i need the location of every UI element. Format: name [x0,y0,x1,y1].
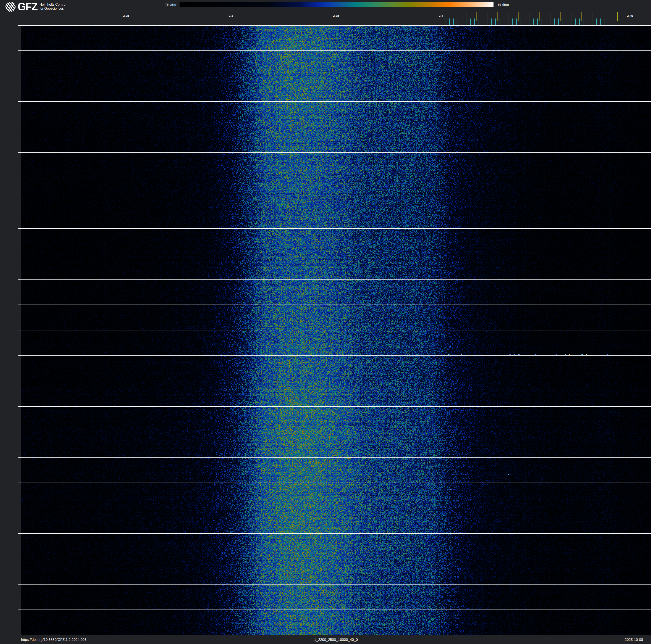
freq-tick [630,19,630,25]
freq-tick [126,19,126,25]
ble-channel-tick [609,19,609,25]
ble-channel-tick [512,19,513,25]
freq-tick [441,19,441,25]
ble-channel-tick [541,19,542,25]
freq-tick [210,19,210,25]
footer-doi-link[interactable]: https://doi.org/10.5880/GFZ.1.2.2024.003 [21,638,87,642]
ble-channel-tick [491,19,492,25]
ble-channel-tick [537,19,538,25]
ble-channel-tick [483,19,483,25]
freq-tick [294,19,294,25]
wifi-channel-tick [519,12,519,21]
wifi-channel-tick [582,12,582,21]
footer-date: 2025-10-08 [625,638,643,642]
freq-tick [84,19,84,25]
freq-axis-label: 2.49 [627,14,633,18]
gfz-logo-subtitle: Helmholtz Centre for Geosciences [39,3,65,11]
gfz-logo: GFZ Helmholtz Centre for Geosciences [5,1,65,12]
freq-tick [420,19,420,25]
ble-channel-tick [478,19,479,25]
ble-channel-tick [458,19,458,25]
freq-tick [273,19,273,25]
gfz-logo-line2: for Geosciences [39,7,65,11]
freq-tick [63,19,63,25]
freq-tick [315,19,315,25]
wifi-channel-tick [497,12,498,21]
ble-channel-tick [550,19,550,25]
freq-tick [231,19,231,25]
colorbar-max-label: -55 dBm [497,3,509,6]
freq-tick [168,19,168,25]
freq-tick [147,19,147,25]
spectrogram-page: { "page": {"width": 3100, "height": 3064… [0,0,651,644]
freq-axis-label: 2.35 [333,14,339,18]
ble-channel-tick [554,19,555,25]
ble-channel-tick [592,19,592,25]
freq-tick [399,19,399,25]
ble-channel-tick [474,19,475,25]
ble-channel-tick [604,19,605,25]
freq-tick [189,19,189,25]
ble-channel-tick [584,19,584,25]
ble-channel-tick [445,19,445,25]
freq-tick [105,19,105,25]
ble-channel-tick [533,19,534,25]
wifi-channel-tick [476,12,477,21]
ble-channel-tick [487,19,488,25]
ble-channel-tick [546,19,546,25]
freq-tick [252,19,252,25]
ble-channel-tick [596,19,597,25]
ble-channel-tick [470,19,471,25]
ble-channel-tick [462,19,462,25]
ble-channel-tick [567,19,567,25]
gfz-globe-icon [5,2,16,12]
ble-channel-tick [454,19,454,25]
freq-tick [336,19,336,25]
ble-channel-tick [466,19,466,25]
ble-channel-tick [579,19,580,25]
ble-channel-tick [558,19,559,25]
wifi-channel-tick [617,12,618,21]
ble-channel-tick [571,19,571,25]
footer-dataset-id: 1_2200_2500_10000_40_0 [314,638,358,642]
freq-tick [357,19,357,25]
ble-channel-tick [517,19,517,25]
freq-tick [378,19,378,25]
ble-channel-tick [529,19,529,25]
freq-tick [21,19,21,25]
wifi-channel-tick [560,12,561,21]
ble-channel-tick [449,19,450,25]
freq-axis-label: 2.25 [123,14,129,18]
ble-channel-tick [600,19,601,25]
gfz-logo-line1: Helmholtz Centre [39,3,65,7]
ble-channel-tick [563,19,563,25]
freq-axis-label: 2.4 [439,14,443,18]
gfz-logo-brand: GFZ [18,1,37,12]
wifi-channel-tick [539,12,540,21]
ble-channel-tick [504,19,504,25]
spectrogram-heatmap [18,25,651,635]
ble-channel-tick [495,19,496,25]
colorbar-min-label: -75 dBm [164,3,176,6]
ble-channel-tick [508,19,508,25]
freq-axis-label: 2.3 [229,14,233,18]
colorbar-gradient [180,2,494,7]
ble-channel-tick [500,19,500,25]
ble-channel-tick [588,19,588,25]
ble-channel-tick [521,19,521,25]
ble-channel-tick [525,19,525,25]
ble-channel-tick [575,19,576,25]
freq-tick [42,19,42,25]
